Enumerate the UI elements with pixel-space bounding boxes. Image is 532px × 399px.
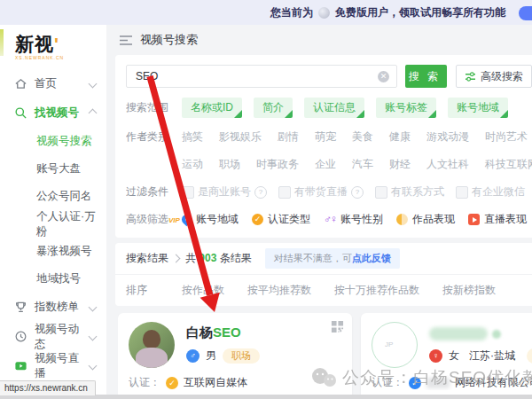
- category-item[interactable]: 搞笑: [182, 129, 203, 145]
- sidebar-subitem-same-name[interactable]: 公众号同名: [0, 183, 106, 210]
- category-row-1: 作者类别 搞笑 影视娱乐 剧情 萌宠 美食 健康 游戏动漫 时尚艺术 民生 三农: [126, 129, 532, 145]
- advanced-search-button[interactable]: 高级搜索: [456, 65, 532, 88]
- chevron-down-icon: [89, 303, 98, 312]
- filter-commercial-account[interactable]: 是商业账号 ?: [182, 184, 267, 200]
- filter-conditions-row: 过滤条件 是商业账号 ? 有带货直播 ? 有联系方式: [126, 184, 532, 200]
- avatar[interactable]: [129, 322, 175, 368]
- gender-icon: ♂♀: [324, 214, 336, 225]
- category-item[interactable]: 汽车: [352, 157, 373, 172]
- search-input-wrap: ✕: [126, 65, 397, 88]
- sidebar-item-rank-list[interactable]: 指数榜单: [0, 293, 106, 322]
- verified-badge-icon: ✓: [166, 377, 178, 389]
- adv-filter-label: 作品表现: [412, 212, 455, 227]
- logo-title: 新视': [15, 34, 106, 54]
- scope-tag-region[interactable]: 账号地域: [448, 98, 508, 118]
- claim-trial-button[interactable]: [519, 6, 532, 20]
- search-button[interactable]: 搜 索: [405, 65, 447, 88]
- category-item[interactable]: 财经: [389, 157, 411, 172]
- sort-by-avg-recommend[interactable]: 按平均推荐数: [247, 283, 311, 298]
- category-item[interactable]: 萌宠: [315, 129, 336, 145]
- category-label: 作者类别: [126, 129, 182, 145]
- category-item[interactable]: 企业: [315, 157, 336, 172]
- adv-filter-cert-type[interactable]: ✓ 认证类型: [252, 212, 310, 227]
- category-item[interactable]: 运动: [182, 157, 203, 172]
- adv-filter-work-performance[interactable]: 作品表现: [396, 212, 455, 227]
- search-input[interactable]: [134, 69, 378, 83]
- category-item[interactable]: 影视娱乐: [219, 129, 262, 145]
- clear-input-icon[interactable]: ✕: [378, 71, 389, 82]
- feedback-link[interactable]: 点此反馈: [352, 253, 391, 263]
- scope-tag-name-id[interactable]: 名称或ID: [182, 98, 242, 118]
- sidebar-item-label: 找视频号: [35, 106, 79, 121]
- avatar[interactable]: JP: [372, 322, 418, 368]
- scope-tag-intro[interactable]: 简介: [254, 98, 293, 118]
- qr-code-icon[interactable]: [331, 320, 344, 333]
- search-icon: [14, 106, 27, 120]
- map-pin-icon: [180, 213, 194, 227]
- category-item[interactable]: 科技互联网: [485, 157, 532, 172]
- sidebar-item-label: 视频号动态: [35, 322, 82, 352]
- gender-text: 男: [206, 348, 216, 364]
- sidebar-subitem-surging-accounts[interactable]: 暴涨视频号: [0, 238, 106, 265]
- category-row-2: 运动 职场 时事政务 企业 汽车 财经 人文社科 科技互联网 家居家装: [126, 157, 532, 172]
- logo-subtitle: XS.NEWRANK.CN: [15, 55, 106, 60]
- cert-row: 认证： ✓ 互联网自媒体: [129, 375, 341, 390]
- adv-filter-gender[interactable]: ♂♀ 账号性别: [324, 212, 383, 227]
- cert-value: 互联网自媒体: [184, 375, 247, 390]
- filter-label: 过滤条件: [126, 184, 182, 200]
- badge-row: ♂ 男 职场: [186, 348, 260, 364]
- feedback-pill: 对结果不满意，可点此反馈: [265, 248, 400, 269]
- category-item[interactable]: 时事政务: [256, 157, 299, 172]
- left-edge-strip: [0, 29, 4, 56]
- app-screen: 您当前为 免费版用户，领取试用畅享所有功能 新视' XS.NEWRANK.CN …: [0, 0, 532, 399]
- category-item[interactable]: 剧情: [278, 129, 299, 145]
- sort-by-newrank-index[interactable]: 按新榜指数: [442, 283, 496, 298]
- category-item[interactable]: 健康: [389, 129, 411, 145]
- status-url-tooltip: https://xs.newrank.cn: [0, 380, 96, 395]
- sidebar-item-video-live[interactable]: 视频号直播: [0, 351, 106, 380]
- sidebar-subitem-region-find[interactable]: 地域找号: [0, 265, 106, 293]
- filter-live-commerce[interactable]: 有带货直播 ?: [278, 184, 364, 200]
- sort-by-works[interactable]: 按作品数: [182, 283, 224, 298]
- sidebar-subitem-video-search[interactable]: 视频号搜索: [0, 128, 106, 155]
- scope-tag-cert-info[interactable]: 认证信息: [304, 98, 364, 118]
- sidebar-item-home[interactable]: 首页: [0, 69, 106, 98]
- sidebar-subitem-personal-cert[interactable]: 个人认证·万粉: [0, 210, 106, 238]
- adv-filter-region[interactable]: 账号地域: [182, 212, 239, 227]
- filter-item-label: 是商业账号: [198, 184, 251, 200]
- filter-enterprise-wechat[interactable]: 有企业微信: [456, 184, 525, 200]
- sort-by-100k-works[interactable]: 按十万推荐作品数: [334, 283, 419, 298]
- results-label: 搜索结果: [126, 251, 168, 266]
- checkbox-icon[interactable]: [278, 186, 291, 199]
- sliders-icon: [465, 72, 476, 82]
- sidebar-item-video-moments[interactable]: 视频号动态: [0, 322, 106, 351]
- banner-text-prefix: 您当前为: [270, 5, 313, 20]
- adv-filter-live-performance[interactable]: 直播表现: [468, 212, 527, 227]
- scope-tag-account-tag[interactable]: 账号标签: [376, 98, 436, 118]
- filter-contact-info[interactable]: 有联系方式: [375, 184, 444, 200]
- account-name[interactable]: 白杨SEO: [186, 325, 260, 341]
- sidebar-item-find-accounts[interactable]: 找视频号: [0, 98, 106, 128]
- gender-text: 女: [449, 348, 459, 364]
- category-item[interactable]: 时尚艺术: [485, 129, 528, 145]
- category-badge: 职场: [223, 348, 260, 364]
- category-item[interactable]: 人文社科: [426, 157, 469, 172]
- account-name-highlight: SEO: [213, 325, 241, 340]
- free-plan-coin-icon: [318, 7, 330, 19]
- pie-icon: [396, 214, 408, 225]
- category-badge: 生活: [527, 348, 532, 364]
- logo[interactable]: 新视' XS.NEWRANK.CN: [0, 34, 106, 60]
- checkbox-icon[interactable]: [375, 186, 387, 199]
- checkbox-icon[interactable]: [456, 186, 468, 199]
- checkbox-icon[interactable]: [182, 186, 194, 199]
- category-item[interactable]: 美食: [352, 129, 373, 145]
- collapse-menu-icon[interactable]: [120, 35, 132, 45]
- sidebar-subitem-account-market[interactable]: 账号大盘: [0, 155, 106, 183]
- category-item[interactable]: 职场: [219, 157, 240, 172]
- feedback-text: 对结果不满意，可: [274, 253, 352, 263]
- female-gender-icon: ♀: [429, 349, 442, 363]
- category-item[interactable]: 游戏动漫: [426, 129, 469, 145]
- chevron-up-icon: [89, 109, 98, 118]
- results-panel: 搜索结果 共 903 条结果 对结果不满意，可点此反馈 排序 按作品数 按平均推…: [115, 243, 532, 306]
- cert-check-icon: ✓: [252, 214, 263, 225]
